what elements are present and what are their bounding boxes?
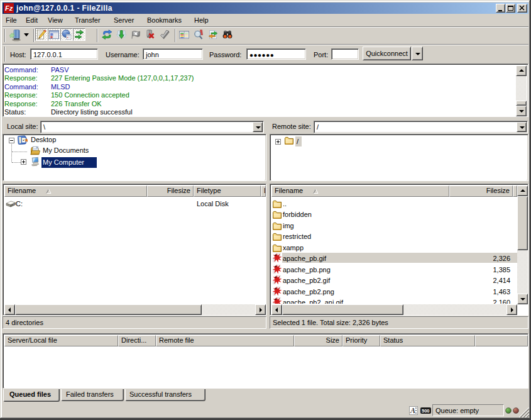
svg-text:500: 500 [422, 408, 430, 414]
svg-text:A: A [410, 406, 415, 415]
svg-text:Fz: Fz [5, 4, 13, 12]
